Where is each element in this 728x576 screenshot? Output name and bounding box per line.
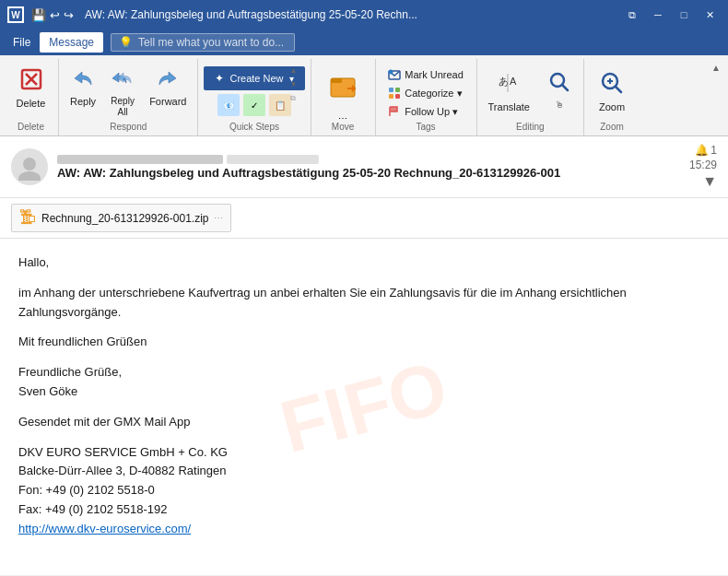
categorize-label: Categorize ▾ xyxy=(405,88,462,100)
create-new-label: Create New xyxy=(229,73,283,84)
body-sig2-text: Freundliche Grüße, xyxy=(18,365,122,379)
search-icon xyxy=(547,70,571,98)
redo-quick-btn[interactable]: ↪ xyxy=(64,8,74,22)
email-header: AW: AW: Zahlungsbeleg und Auftragsbestät… xyxy=(0,136,728,198)
restore-down-btn[interactable]: ⧉ xyxy=(621,6,643,24)
count-icon: 🔔 xyxy=(695,144,709,157)
body-phone: Fon: +49 (0) 2102 5518-0 xyxy=(18,483,155,497)
lightbulb-icon: 💡 xyxy=(119,36,133,49)
quick-step-2[interactable]: ✓ xyxy=(243,94,265,116)
close-btn[interactable]: ✕ xyxy=(699,6,721,24)
zoom-group-label: Zoom xyxy=(584,122,640,132)
translate-label: Translate xyxy=(488,101,530,113)
email-subject-area: AW: AW: Zahlungsbeleg und Auftragsbestät… xyxy=(57,155,680,180)
ribbon-collapse-button[interactable]: ▲ xyxy=(708,59,724,76)
svg-point-9 xyxy=(389,70,393,75)
svg-rect-10 xyxy=(389,88,393,92)
email-meta: 🔔 1 15:29 ▼ xyxy=(689,144,717,190)
search-button[interactable]: 🖱 xyxy=(541,66,578,114)
ribbon-group-editing: あ A Translate 🖱 Editing xyxy=(477,59,584,135)
svg-line-21 xyxy=(616,87,621,92)
forward-button[interactable]: Forward xyxy=(144,63,192,112)
email-count: 🔔 1 xyxy=(695,144,717,157)
menu-bar: File Message 💡 Tell me what you want to … xyxy=(0,29,728,55)
svg-text:あ: あ xyxy=(499,76,509,87)
ribbon-group-tags: Mark Unread Categorize ▾ Follow Up ▾ T xyxy=(376,59,477,135)
sender-email-redacted xyxy=(227,155,319,164)
quicksteps-label: Quick Steps xyxy=(198,122,310,132)
email-time: 15:29 xyxy=(689,159,717,171)
quick-step-3[interactable]: 📋 xyxy=(269,94,291,116)
body-company: DKV EURO SERVICE GmbH + Co. KG xyxy=(18,445,228,459)
categorize-button[interactable]: Categorize ▾ xyxy=(382,85,469,101)
quick-step-1[interactable]: 📧 xyxy=(217,94,240,116)
create-new-icon: ✦ xyxy=(215,72,224,85)
mark-unread-button[interactable]: Mark Unread xyxy=(382,66,469,83)
quicksteps-expand[interactable]: ⧉ xyxy=(290,94,305,103)
follow-up-button[interactable]: Follow Up ▾ xyxy=(382,103,469,120)
undo-quick-btn[interactable]: ↩ xyxy=(50,8,60,22)
attachment-name: Rechnung_20-613129926-001.zip xyxy=(41,212,208,225)
attachment-icon: 🗜 xyxy=(19,208,36,228)
ribbon-group-quicksteps: ✦ Create New ▾ 📧 ✓ 📋 ▲ ▼ ⧉ Quick Steps xyxy=(198,59,311,135)
window-controls: ⧉ ─ □ ✕ xyxy=(621,6,721,24)
expand-button[interactable]: ▼ xyxy=(702,173,717,190)
sender-row xyxy=(57,155,680,164)
maximize-btn[interactable]: □ xyxy=(673,6,695,24)
follow-up-label: Follow Up ▾ xyxy=(405,106,458,118)
menu-file[interactable]: File xyxy=(4,32,40,53)
menu-message[interactable]: Message xyxy=(40,32,103,53)
reply-all-icon xyxy=(111,66,135,94)
body-signature2: Freundliche Grüße, Sven Göke xyxy=(18,363,710,402)
search-label: 🖱 xyxy=(555,100,564,111)
tags-buttons: Mark Unread Categorize ▾ Follow Up ▾ xyxy=(382,66,469,120)
move-group-label: Move xyxy=(311,122,375,132)
attachment-area: 🗜 Rechnung_20-613129926-001.zip ⋯ xyxy=(0,198,728,239)
translate-button[interactable]: あ A Translate xyxy=(483,66,535,117)
respond-group-label: Respond xyxy=(59,122,197,132)
minimize-btn[interactable]: ─ xyxy=(647,6,669,24)
zoom-button[interactable]: Zoom xyxy=(592,66,632,117)
body-website-link[interactable]: http://www.dkv-euroservice.com/ xyxy=(18,522,191,535)
main-content: AW: AW: Zahlungsbeleg und Auftragsbestät… xyxy=(0,136,728,575)
email-body-content: Hallo, im Anhang der unterschriebene Kau… xyxy=(18,253,710,539)
ribbon: Delete Delete Reply xyxy=(0,55,728,136)
save-quick-btn[interactable]: 💾 xyxy=(31,8,46,22)
body-greeting: Hallo, xyxy=(18,253,710,273)
reply-all-button[interactable]: ReplyAll xyxy=(105,63,140,122)
body-company-info: DKV EURO SERVICE GmbH + Co. KG Balcke-Dü… xyxy=(18,443,710,539)
ribbon-group-respond: Reply ReplyAll Forward xyxy=(59,59,198,135)
attachment-options[interactable]: ⋯ xyxy=(214,213,223,223)
window-title: AW: AW: Zahlungsbeleg und Auftragsbestät… xyxy=(85,8,621,21)
translate-icon: あ A xyxy=(496,70,522,100)
body-sig3-text: Sven Göke xyxy=(18,384,77,398)
tell-me-box[interactable]: 💡 Tell me what you want to do... xyxy=(111,33,295,52)
mark-unread-label: Mark Unread xyxy=(405,69,464,80)
tags-group-label: Tags xyxy=(376,122,476,132)
quicksteps-scroll: ▲ ▼ ⧉ xyxy=(290,66,305,103)
email-body: FIFO Hallo, im Anhang der unterschrieben… xyxy=(0,239,728,575)
editing-buttons: あ A Translate 🖱 xyxy=(483,66,578,117)
body-signature1: Mit freundlichen Grüßen xyxy=(18,333,710,352)
delete-group-label: Delete xyxy=(4,122,58,132)
delete-button[interactable]: Delete xyxy=(11,63,52,113)
title-bar: W 💾 ↩ ↪ AW: AW: Zahlungsbeleg und Auftra… xyxy=(0,0,728,29)
ribbon-group-zoom: Zoom Zoom xyxy=(584,59,640,135)
email-subject: AW: AW: Zahlungsbeleg und Auftragsbestät… xyxy=(57,166,680,180)
forward-label: Forward xyxy=(149,96,186,108)
sender-avatar xyxy=(11,148,48,185)
reply-button[interactable]: Reply xyxy=(65,63,101,112)
svg-rect-12 xyxy=(389,94,393,99)
reply-all-label: ReplyAll xyxy=(111,96,135,118)
body-sent-via: Gesendet mit der GMX Mail App xyxy=(18,413,710,432)
delete-label: Delete xyxy=(17,98,46,110)
sender-name-redacted xyxy=(57,155,223,164)
move-button[interactable] xyxy=(319,63,367,111)
svg-text:W: W xyxy=(11,10,20,20)
svg-marker-14 xyxy=(390,107,397,112)
zoom-label: Zoom xyxy=(599,101,625,113)
svg-line-19 xyxy=(562,85,568,90)
ribbon-group-delete: Delete Delete xyxy=(4,59,59,135)
forward-icon xyxy=(156,66,180,94)
attachment-item[interactable]: 🗜 Rechnung_20-613129926-001.zip ⋯ xyxy=(11,204,231,232)
